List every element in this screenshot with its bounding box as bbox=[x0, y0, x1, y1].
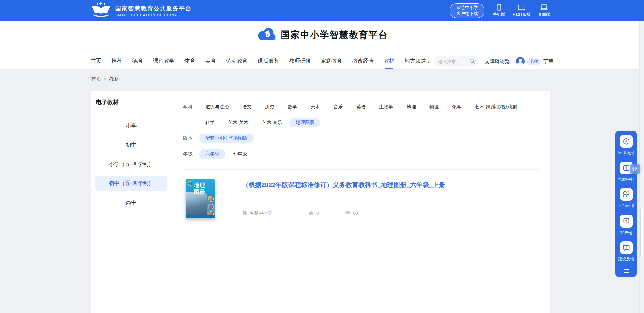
views-block: 60 bbox=[345, 210, 358, 216]
active-tab-underline bbox=[385, 68, 393, 69]
nav-item-home[interactable]: 首页 bbox=[91, 58, 101, 65]
platform-title: 国家中小学智慧教育平台 bbox=[281, 29, 388, 41]
book-list-item: 地理图册 （根据2022年版课程标准修订）义务教育教科书_地理图册_六年级_上册… bbox=[183, 170, 539, 228]
page-scrollbar-thumb[interactable] bbox=[640, 208, 643, 258]
book-title-link[interactable]: （根据2022年版课程标准修订）义务教育教科书_地理图册_六年级_上册 bbox=[242, 181, 539, 189]
open-book-logo-icon bbox=[91, 2, 111, 19]
subject-science[interactable]: 科学 bbox=[199, 118, 221, 127]
grade-six[interactable]: 六年级 bbox=[199, 149, 225, 159]
subject-art-music[interactable]: 艺术·音乐 bbox=[256, 118, 288, 127]
mobile-version-link[interactable]: 手机版 bbox=[493, 4, 505, 17]
grade-seven[interactable]: 七年级 bbox=[227, 149, 253, 159]
cover-mountain-image bbox=[186, 192, 207, 215]
page-scrollbar-track[interactable] bbox=[639, 21, 644, 313]
grade-filter-label: 年级 bbox=[183, 149, 193, 159]
nav-item-local-channels[interactable]: 地方频道∨ bbox=[405, 58, 430, 65]
book-meta: 智慧中小学 0 60 bbox=[242, 210, 539, 216]
nav-item-course-teaching[interactable]: 课程教学 bbox=[153, 58, 174, 65]
subject-math[interactable]: 数学 bbox=[282, 102, 303, 112]
sidebar-item-app-scenes[interactable]: 应用场景 bbox=[618, 135, 634, 162]
translate-button[interactable]: 译 bbox=[630, 164, 640, 174]
role-badge: 老师 bbox=[527, 58, 541, 65]
search-icon[interactable] bbox=[469, 58, 475, 65]
client-download-button[interactable]: 智慧中小学 客户端下载 bbox=[450, 3, 484, 18]
cover-bottom-strip bbox=[186, 215, 215, 218]
textbook-sidebar: 电子教材 小学 初中 小学（五·四学制） 初中（五·四学制） 高中 bbox=[91, 91, 172, 313]
publisher-icon bbox=[242, 210, 248, 216]
subject-morality-law[interactable]: 道德与法治 bbox=[199, 102, 235, 112]
sidebar-title: 电子教材 bbox=[91, 98, 172, 106]
chevron-down-icon: ∨ bbox=[427, 59, 430, 63]
breadcrumb-separator: > bbox=[104, 77, 107, 82]
version-zhongtu-atlas[interactable]: 配套中图中华地图版 bbox=[199, 134, 254, 143]
sidebar-item-senior[interactable]: 高中 bbox=[95, 195, 167, 210]
subject-fine-arts[interactable]: 美术 bbox=[305, 102, 326, 112]
nav-item-teacher-training[interactable]: 教师研修 bbox=[289, 58, 311, 65]
breadcrumb-home[interactable]: 首页 bbox=[91, 76, 101, 82]
sidebar-item-junior[interactable]: 初中 bbox=[95, 138, 167, 152]
main-content-card: 电子教材 小学 初中 小学（五·四学制） 初中（五·四学制） 高中 学科 道德与… bbox=[91, 91, 550, 313]
subject-chemistry[interactable]: 化学 bbox=[446, 102, 468, 112]
platform-apps-icon bbox=[620, 188, 633, 201]
feedback-icon: ! bbox=[620, 241, 633, 254]
nav-item-pe[interactable]: 体育 bbox=[184, 58, 195, 65]
platform-logo: 国家中小学智慧教育平台 bbox=[256, 26, 388, 44]
sidebar-item-primary-54[interactable]: 小学（五·四学制） bbox=[95, 157, 167, 172]
top-bar: 国家智慧教育公共服务平台 SMART EDUCATION OF CHINA 智慧… bbox=[0, 0, 644, 21]
subject-chinese[interactable]: 语文 bbox=[236, 102, 258, 112]
sidebar-item-junior-54[interactable]: 初中（五·四学制） bbox=[95, 176, 167, 191]
subject-music[interactable]: 音乐 bbox=[327, 102, 349, 112]
likes-block: 0 bbox=[309, 210, 319, 216]
svg-text:!: ! bbox=[626, 245, 627, 249]
accessibility-link[interactable]: 无障碍浏览 bbox=[485, 58, 510, 65]
eye-icon bbox=[345, 210, 351, 216]
sidebar-collapse-button[interactable] bbox=[622, 268, 630, 274]
nav-item-labor-edu[interactable]: 劳动教育 bbox=[226, 58, 248, 65]
nav-item-aesthetic-edu[interactable]: 美育 bbox=[205, 58, 216, 65]
pad-hd-version-link[interactable]: Pad HD版 bbox=[513, 4, 531, 17]
user-area: 老师 丁荣 bbox=[516, 57, 553, 66]
nav-item-textbooks[interactable]: 教材 bbox=[384, 58, 394, 65]
nav-item-family-edu[interactable]: 家庭教育 bbox=[321, 58, 342, 65]
desktop-version-link[interactable]: 桌面端 bbox=[538, 4, 550, 17]
cover-publisher-badge bbox=[188, 181, 192, 186]
user-avatar[interactable] bbox=[516, 57, 525, 66]
svg-text:?: ? bbox=[625, 166, 627, 170]
thumbs-up-icon bbox=[309, 210, 314, 216]
app-scene-icon bbox=[620, 135, 633, 148]
search-box bbox=[433, 56, 479, 66]
sidebar-item-primary[interactable]: 小学 bbox=[95, 119, 167, 133]
sidebar-item-feedback[interactable]: ! 建议反馈 bbox=[618, 241, 634, 268]
nav-item-reform-experience[interactable]: 教改经验 bbox=[352, 58, 374, 65]
nav-item-moral-edu[interactable]: 德育 bbox=[132, 58, 143, 65]
subject-art-fine-arts[interactable]: 艺术·美术 bbox=[222, 118, 255, 127]
nav-item-recommend[interactable]: 推荐 bbox=[111, 58, 122, 65]
likes-count: 0 bbox=[316, 211, 319, 216]
nav-item-after-school[interactable]: 课后服务 bbox=[258, 58, 279, 65]
user-name[interactable]: 丁荣 bbox=[543, 58, 553, 65]
version-filter-label: 版本 bbox=[183, 134, 193, 143]
subject-geography-atlas[interactable]: 地理图册 bbox=[289, 118, 320, 127]
version-filter-row: 版本 配套中图中华地图版 bbox=[183, 134, 539, 143]
views-count: 60 bbox=[353, 211, 358, 216]
cover-photo-circle-2 bbox=[208, 204, 214, 209]
subject-geography[interactable]: 地理 bbox=[400, 102, 422, 112]
subject-art-dance-film-drama[interactable]: 艺术·舞蹈/影视/戏剧 bbox=[469, 102, 523, 112]
site-header: 国家中小学智慧教育平台 首页 推荐 德育 课程教学 体育 美育 劳动教育 课后服… bbox=[0, 21, 644, 69]
subject-filter-label: 学科 bbox=[183, 102, 193, 112]
subject-biology[interactable]: 生物学 bbox=[373, 102, 399, 112]
sidebar-item-platform-apps[interactable]: 平台应用 bbox=[618, 188, 634, 214]
tablet-icon bbox=[518, 4, 526, 11]
client-download-icon bbox=[620, 215, 633, 228]
publisher-name: 智慧中小学 bbox=[250, 210, 272, 216]
brand-title: 国家智慧教育公共服务平台 bbox=[115, 5, 192, 12]
subject-english[interactable]: 英语 bbox=[350, 102, 372, 112]
publisher-block: 智慧中小学 bbox=[242, 210, 272, 216]
subject-physics[interactable]: 物理 bbox=[423, 102, 445, 112]
brand-subtitle: SMART EDUCATION OF CHINA bbox=[115, 13, 192, 17]
subject-history[interactable]: 历史 bbox=[259, 102, 280, 112]
sidebar-item-client[interactable]: 客户端 bbox=[620, 215, 633, 241]
cover-photo-circle-1 bbox=[208, 196, 214, 202]
subject-filter-spacer bbox=[183, 118, 193, 121]
book-cover[interactable]: 地理图册 bbox=[186, 179, 215, 218]
